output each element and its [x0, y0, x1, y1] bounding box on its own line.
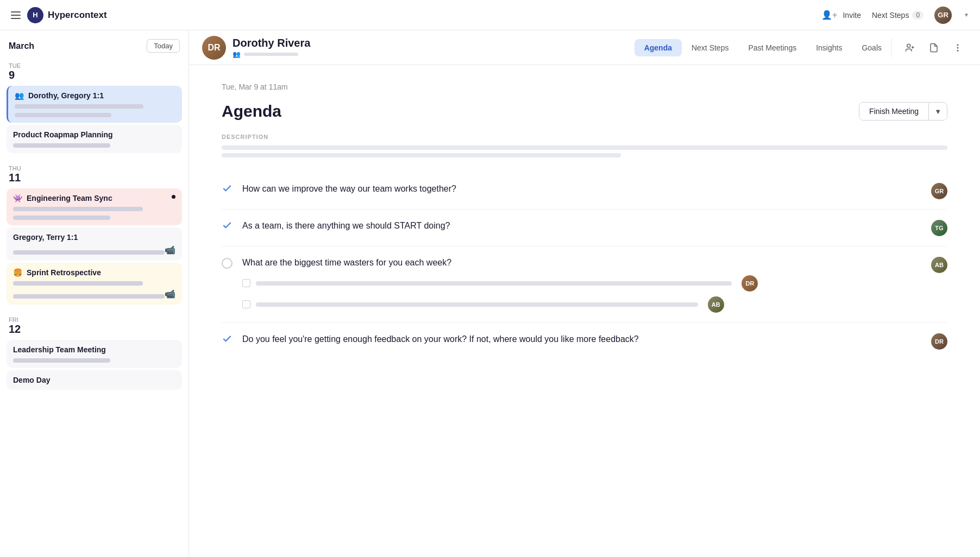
app-name: Hypercontext — [48, 10, 107, 21]
meeting-date: Tue, Mar 9 at 11am — [222, 83, 947, 91]
checkbox-3-2[interactable] — [242, 300, 250, 308]
day-label-fri: FRI 12 — [0, 311, 189, 338]
sub-item-3-1[interactable]: DR — [242, 275, 922, 292]
document-button[interactable] — [925, 39, 943, 57]
more-options-button[interactable] — [948, 39, 967, 57]
agenda-item-body-4: Do you feel you're getting enough feedba… — [242, 333, 922, 346]
header-actions — [891, 39, 967, 57]
today-button[interactable]: Today — [147, 39, 180, 53]
day-section-fri: FRI 12 Leadership Team Meeting Demo Day — [0, 311, 189, 396]
content-area: DR Dorothy Rivera 👥 Agenda Next Steps Pa… — [189, 30, 980, 557]
meeting-emoji: 👥 — [15, 91, 24, 100]
meeting-title: Sprint Retrospective — [27, 268, 101, 277]
header-sub-bar — [244, 53, 298, 56]
header-tabs: Agenda Next Steps Past Meetings Insights… — [635, 39, 891, 56]
description-bar-2 — [222, 153, 621, 157]
sidebar-month-header: March Today — [0, 30, 189, 57]
meeting-emoji: 👾 — [13, 194, 22, 202]
agenda-question-3: What are the biggest time wasters for yo… — [242, 256, 922, 269]
agenda-header-row: Agenda Finish Meeting ▼ — [222, 102, 947, 121]
agenda-question-4: Do you feel you're getting enough feedba… — [242, 333, 922, 346]
meeting-item-leadership[interactable]: Leadership Team Meeting — [7, 340, 182, 368]
meeting-subtitle-bar — [13, 143, 110, 148]
avatar-1: GR — [931, 183, 947, 199]
day-num-fri: 12 — [9, 323, 21, 336]
description-section: DESCRIPTION — [222, 134, 947, 157]
meeting-subtitle-bar — [13, 216, 110, 220]
avatar-sub-3-1: DR — [742, 275, 758, 292]
agenda-item-body-1: How can we improve the way our team work… — [242, 182, 922, 195]
meeting-subtitle-bar — [13, 294, 165, 299]
month-label: March — [9, 41, 34, 51]
sub-items-3: DR AB — [242, 275, 922, 313]
agenda-question-1: How can we improve the way our team work… — [242, 182, 922, 195]
agenda-item-3[interactable]: What are the biggest time wasters for yo… — [222, 246, 947, 323]
video-icon: 📹 — [165, 289, 175, 299]
avatar-3: AB — [931, 257, 947, 273]
meeting-item-gregory-terry[interactable]: Gregory, Terry 1:1 📹 — [7, 227, 182, 261]
meeting-item-engineering-sync[interactable]: 👾 Engineering Team Sync — [7, 188, 182, 225]
check-icon-2 — [222, 220, 234, 232]
tab-agenda[interactable]: Agenda — [635, 39, 682, 56]
header-user-sub: 👥 — [233, 50, 628, 58]
tab-next-steps[interactable]: Next Steps — [682, 39, 738, 56]
finish-button-chevron-icon[interactable]: ▼ — [928, 103, 947, 120]
tab-insights[interactable]: Insights — [806, 39, 852, 56]
checkbox-3-1[interactable] — [242, 279, 250, 287]
next-steps-count-badge: 0 — [912, 11, 924, 20]
meeting-dot-indicator — [172, 195, 175, 199]
next-steps-nav-label: Next Steps — [872, 11, 909, 20]
meeting-title: Gregory, Terry 1:1 — [13, 233, 78, 242]
user-menu-chevron-icon[interactable]: ▼ — [964, 12, 969, 18]
add-member-button[interactable] — [901, 39, 919, 57]
meeting-item-product-roadmap[interactable]: Product Roapmap Planning — [7, 125, 182, 153]
meeting-subtitle-bar — [13, 207, 143, 211]
agenda-item-4[interactable]: Do you feel you're getting enough feedba… — [222, 323, 947, 359]
day-label-thu: THU 11 — [0, 160, 189, 186]
day-section-tue: TUE 9 👥 Dorothy, Gregory 1:1 Product Roa… — [0, 57, 189, 160]
sub-item-bar-3-1 — [256, 281, 732, 286]
agenda-item-body-3: What are the biggest time wasters for yo… — [242, 256, 922, 313]
agenda-item-1[interactable]: How can we improve the way our team work… — [222, 173, 947, 210]
meeting-title: Product Roapmap Planning — [13, 130, 113, 139]
meeting-title: Leadership Team Meeting — [13, 345, 106, 354]
meeting-subtitle-bar — [13, 358, 110, 363]
check-icon-1 — [222, 183, 234, 195]
description-label: DESCRIPTION — [222, 134, 947, 140]
meeting-subtitle-bar — [15, 113, 111, 117]
meeting-item-demo-day[interactable]: Demo Day — [7, 370, 182, 390]
sub-item-3-2[interactable]: AB — [242, 296, 922, 313]
agenda-item-2[interactable]: As a team, is there anything we should S… — [222, 210, 947, 246]
day-name-thu: THU — [9, 165, 21, 172]
avatar-4: DR — [931, 333, 947, 350]
tab-goals[interactable]: Goals — [852, 39, 891, 56]
meeting-emoji: 🍔 — [13, 268, 22, 277]
svg-point-4 — [957, 47, 958, 48]
unchecked-circle — [222, 258, 233, 269]
meeting-title: Engineering Team Sync — [27, 194, 112, 202]
day-name-tue: TUE — [9, 62, 21, 69]
meeting-item-dorothy-gregory[interactable]: 👥 Dorothy, Gregory 1:1 — [7, 86, 182, 123]
next-steps-nav-button[interactable]: Next Steps 0 — [872, 11, 924, 20]
agenda-items-list: How can we improve the way our team work… — [222, 173, 947, 359]
sub-item-bar-3-2 — [256, 302, 698, 307]
day-name-fri: FRI — [9, 317, 18, 323]
people-icon: 👥 — [233, 50, 241, 58]
menu-icon[interactable] — [11, 11, 21, 19]
meeting-item-sprint-retro[interactable]: 🍔 Sprint Retrospective 📹 — [7, 263, 182, 305]
tab-past-meetings[interactable]: Past Meetings — [738, 39, 806, 56]
svg-point-5 — [957, 50, 958, 51]
logo[interactable]: H Hypercontext — [27, 7, 107, 23]
invite-button[interactable]: 👤+ Invite — [821, 10, 861, 20]
meeting-subtitle-bar — [13, 281, 143, 286]
sidebar: March Today TUE 9 👥 Dorothy, Gregory 1:1… — [0, 30, 189, 557]
header-avatar: DR — [202, 36, 226, 60]
finish-meeting-button[interactable]: Finish Meeting ▼ — [859, 102, 947, 121]
logo-icon: H — [27, 7, 43, 23]
meeting-subtitle-bar — [13, 250, 165, 255]
svg-point-0 — [907, 44, 910, 47]
top-navigation: H Hypercontext 👤+ Invite Next Steps 0 GR… — [0, 0, 980, 30]
user-avatar[interactable]: GR — [934, 7, 952, 24]
video-icon: 📹 — [165, 245, 175, 255]
check-circle-icon-3 — [222, 258, 234, 270]
